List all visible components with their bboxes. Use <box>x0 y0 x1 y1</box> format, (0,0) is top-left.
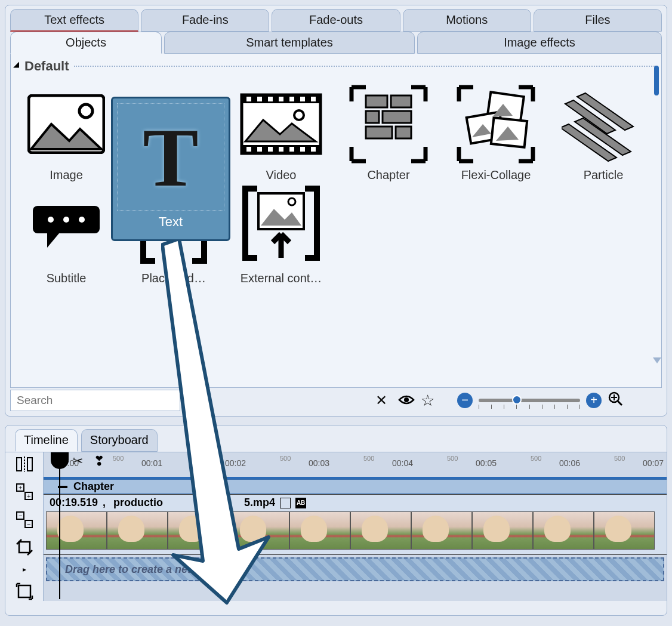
ruler-tick: 00:04 <box>392 458 413 468</box>
object-label: Flexi-Collage <box>448 168 544 182</box>
chapter-label: Chapter <box>73 480 114 493</box>
marker-icon[interactable]: ❣ <box>94 454 104 469</box>
thumbnail <box>229 511 289 550</box>
object-flexi-collage[interactable]: Flexi-Collage <box>445 82 547 182</box>
timeline-area: ++ −− ▸ ✂ ❣ 00:00 500 00:01 <box>5 452 667 601</box>
ruler-subtick: 500 <box>531 455 541 462</box>
object-chapter[interactable]: Chapter <box>338 82 439 182</box>
thumbnail <box>411 511 472 550</box>
svg-text:−: − <box>27 520 30 528</box>
svg-rect-7 <box>268 97 273 101</box>
tab-objects[interactable]: Objects <box>10 32 162 54</box>
ruler-subtick: 500 <box>196 455 207 462</box>
tab-storyboard[interactable]: Storyboard <box>81 429 158 452</box>
remove-track-icon[interactable]: −− <box>14 510 35 529</box>
chapter-header[interactable]: Chapter <box>44 479 667 494</box>
thumbnail <box>289 511 350 550</box>
svg-point-35 <box>404 397 409 402</box>
tab-fade-ins[interactable]: Fade-ins <box>141 9 269 32</box>
tab-motions[interactable]: Motions <box>403 9 531 32</box>
clear-icon[interactable]: ✕ <box>375 392 387 409</box>
svg-rect-15 <box>279 147 283 152</box>
tabbar-upper: Text effects Fade-ins Fade-outs Motions … <box>10 9 662 32</box>
object-external-content[interactable]: External cont… <box>230 186 332 285</box>
resize-icon[interactable] <box>14 582 35 601</box>
svg-rect-2 <box>242 95 320 153</box>
tab-files[interactable]: Files <box>534 9 662 32</box>
tab-text-effects[interactable]: Text effects <box>10 9 138 32</box>
object-label: Subtitle <box>19 272 114 285</box>
svg-rect-18 <box>311 147 316 152</box>
subtitle-icon <box>21 186 111 269</box>
thumbnail <box>350 511 411 550</box>
tab-fade-outs[interactable]: Fade-outs <box>272 9 400 32</box>
svg-rect-41 <box>27 458 32 471</box>
thumbnail <box>107 511 168 550</box>
ruler-subtick: 500 <box>447 455 458 462</box>
object-label: External cont… <box>233 272 329 285</box>
timeline-tracks: ✂ ❣ 00:00 500 00:01 500 00:02 500 00:03 … <box>44 452 667 601</box>
crop-icon[interactable] <box>14 538 35 557</box>
ruler-subtick: 500 <box>113 455 124 462</box>
svg-rect-14 <box>268 147 273 152</box>
video-clip[interactable]: 00:19.519, productio 5.mp4 AB <box>44 494 667 555</box>
scrollbar-thumb[interactable] <box>654 66 659 95</box>
svg-rect-40 <box>17 458 21 471</box>
tab-timeline[interactable]: Timeline <box>15 429 78 452</box>
svg-text:+: + <box>19 484 22 491</box>
split-tool-icon[interactable] <box>14 455 35 474</box>
slider-knob[interactable] <box>512 395 522 405</box>
svg-rect-54 <box>19 585 30 597</box>
svg-rect-25 <box>396 127 411 138</box>
svg-rect-11 <box>311 97 316 101</box>
drop-hint-text: Drag here to create a new track. <box>65 563 227 576</box>
ruler-subtick: 500 <box>280 455 291 462</box>
object-particle[interactable]: Particle <box>553 82 654 182</box>
object-placeholder[interactable]: Placehold… <box>123 186 224 285</box>
objects-content: Default Image <box>10 54 662 388</box>
object-label: Chapter <box>341 168 436 182</box>
video-icon <box>236 82 326 166</box>
scroll-down-icon[interactable] <box>653 357 661 363</box>
object-subtitle[interactable]: Subtitle <box>16 186 117 285</box>
svg-text:−: − <box>19 512 22 519</box>
tab-image-effects[interactable]: Image effects <box>417 32 662 54</box>
scrollbar-vertical[interactable] <box>654 60 660 357</box>
tab-smart-templates[interactable]: Smart templates <box>164 32 415 54</box>
section-header-default[interactable]: Default <box>16 58 656 76</box>
ruler-subtick: 500 <box>614 455 625 462</box>
add-track-icon[interactable]: ++ <box>14 482 35 501</box>
svg-text:+: + <box>27 492 30 499</box>
tabbar-lower: Objects Smart templates Image effects <box>10 32 662 54</box>
object-label: Particle <box>556 168 651 182</box>
flexi-collage-icon <box>451 82 541 166</box>
film-icon <box>280 498 291 508</box>
particle-icon <box>559 82 648 166</box>
timeline-panel: Timeline Storyboard ++ −− ▸ <box>5 425 667 616</box>
ruler-tick: 00:03 <box>309 458 329 468</box>
timeline-ruler[interactable]: ✂ ❣ 00:00 500 00:01 500 00:02 500 00:03 … <box>44 452 667 479</box>
svg-rect-24 <box>366 127 392 138</box>
star-icon[interactable]: ☆ <box>421 391 434 410</box>
clip-label: 00:19.519, productio 5.mp4 AB <box>46 497 664 509</box>
ruler-tick: 00:05 <box>476 458 497 468</box>
object-label: Image <box>19 168 114 182</box>
object-image[interactable]: Image <box>16 82 117 182</box>
eye-icon[interactable] <box>398 391 415 410</box>
zoom-in-button[interactable]: + <box>586 393 602 408</box>
svg-rect-13 <box>257 147 262 152</box>
svg-rect-10 <box>300 97 305 101</box>
object-text-slot[interactable] <box>123 82 224 182</box>
toolbox-footer: ✕ ☆ − + <box>10 390 662 411</box>
toolbox-panel: Text effects Fade-ins Fade-outs Motions … <box>5 5 667 417</box>
zoom-fit-icon[interactable] <box>608 391 623 411</box>
object-video[interactable]: Video <box>230 82 332 182</box>
zoom-slider[interactable] <box>479 399 580 402</box>
object-label: Video <box>233 168 329 182</box>
svg-rect-5 <box>246 97 251 101</box>
placeholder-icon <box>129 186 218 269</box>
zoom-out-button[interactable]: − <box>457 393 473 408</box>
new-track-dropzone[interactable]: Drag here to create a new track. <box>46 557 664 581</box>
timeline-sidebar: ++ −− ▸ <box>5 452 44 601</box>
search-input[interactable] <box>10 390 180 411</box>
